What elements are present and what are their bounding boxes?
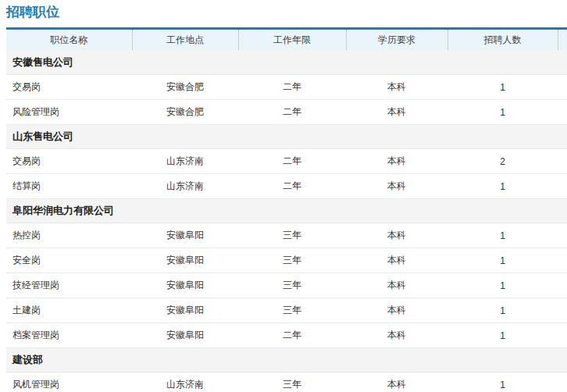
row-stub xyxy=(558,223,567,248)
group-row: 山东售电公司 xyxy=(6,125,567,149)
group-row: 建设部 xyxy=(6,348,567,372)
cell-position: 结算岗 xyxy=(6,174,132,199)
cell-experience: 三年 xyxy=(238,372,346,392)
header-stub xyxy=(558,29,567,51)
table-row: 安全岗安徽阜阳三年本科1 xyxy=(6,248,567,273)
column-header-experience: 工作年限 xyxy=(238,29,346,51)
column-header-headcount: 招聘人数 xyxy=(448,29,558,51)
cell-position: 交易岗 xyxy=(6,149,132,174)
cell-location: 山东济南 xyxy=(132,149,238,174)
table-row: 交易岗山东济南二年本科2 xyxy=(6,149,567,174)
cell-education: 本科 xyxy=(346,149,448,174)
cell-education: 本科 xyxy=(346,372,448,392)
cell-position: 技经管理岗 xyxy=(6,273,132,298)
cell-experience: 三年 xyxy=(238,298,346,323)
cell-headcount: 1 xyxy=(448,248,558,273)
cell-experience: 二年 xyxy=(238,75,346,100)
cell-location: 安徽阜阳 xyxy=(132,298,238,323)
cell-position: 热控岗 xyxy=(6,223,132,248)
cell-position: 安全岗 xyxy=(6,248,132,273)
group-row: 阜阳华润电力有限公司 xyxy=(6,199,567,223)
cell-education: 本科 xyxy=(346,75,448,100)
table-row: 风机管理岗山东济南三年本科1 xyxy=(6,372,567,392)
cell-education: 本科 xyxy=(346,223,448,248)
group-row: 安徽售电公司 xyxy=(6,51,567,75)
cell-education: 本科 xyxy=(346,273,448,298)
row-stub xyxy=(558,273,567,298)
cell-location: 安徽合肥 xyxy=(132,75,238,100)
table-row: 技经管理岗安徽阜阳三年本科1 xyxy=(6,273,567,298)
row-stub xyxy=(558,174,567,199)
column-header-position: 职位名称 xyxy=(6,29,132,51)
row-stub xyxy=(558,100,567,125)
cell-location: 山东济南 xyxy=(132,174,238,199)
table-row: 热控岗安徽阜阳三年本科1 xyxy=(6,223,567,248)
cell-education: 本科 xyxy=(346,298,448,323)
cell-position: 风险管理岗 xyxy=(6,100,132,125)
table-header: 职位名称 工作地点 工作年限 学历要求 招聘人数 xyxy=(6,29,567,51)
cell-location: 安徽阜阳 xyxy=(132,248,238,273)
row-stub xyxy=(558,248,567,273)
table-row: 交易岗安徽合肥二年本科1 xyxy=(6,75,567,100)
cell-education: 本科 xyxy=(346,323,448,348)
cell-position: 档案管理岗 xyxy=(6,323,132,348)
cell-location: 安徽阜阳 xyxy=(132,323,238,348)
cell-position: 交易岗 xyxy=(6,75,132,100)
cell-education: 本科 xyxy=(346,248,448,273)
cell-headcount: 1 xyxy=(448,223,558,248)
cell-headcount: 1 xyxy=(448,174,558,199)
cell-headcount: 1 xyxy=(448,372,558,392)
row-stub xyxy=(558,298,567,323)
cell-location: 安徽阜阳 xyxy=(132,223,238,248)
table-row: 档案管理岗安徽阜阳二年本科1 xyxy=(6,323,567,348)
table-row: 风险管理岗安徽合肥二年本科1 xyxy=(6,100,567,125)
cell-experience: 三年 xyxy=(238,273,346,298)
cell-education: 本科 xyxy=(346,174,448,199)
cell-location: 山东济南 xyxy=(132,372,238,392)
cell-position: 风机管理岗 xyxy=(6,372,132,392)
cell-position: 土建岗 xyxy=(6,298,132,323)
row-stub xyxy=(558,323,567,348)
group-name: 山东售电公司 xyxy=(6,125,567,149)
cell-experience: 三年 xyxy=(238,248,346,273)
cell-headcount: 1 xyxy=(448,75,558,100)
column-header-location: 工作地点 xyxy=(132,29,238,51)
cell-headcount: 1 xyxy=(448,100,558,125)
page-title: 招聘职位 xyxy=(6,4,567,21)
row-stub xyxy=(558,149,567,174)
cell-headcount: 1 xyxy=(448,323,558,348)
cell-experience: 二年 xyxy=(238,323,346,348)
cell-location: 安徽合肥 xyxy=(132,100,238,125)
row-stub xyxy=(558,75,567,100)
cell-experience: 三年 xyxy=(238,223,346,248)
column-header-education: 学历要求 xyxy=(346,29,448,51)
group-name: 阜阳华润电力有限公司 xyxy=(6,199,567,223)
cell-headcount: 1 xyxy=(448,273,558,298)
cell-education: 本科 xyxy=(346,100,448,125)
cell-experience: 二年 xyxy=(238,174,346,199)
cell-headcount: 1 xyxy=(448,298,558,323)
jobs-table: 职位名称 工作地点 工作年限 学历要求 招聘人数 安徽售电公司交易岗安徽合肥二年… xyxy=(6,27,567,392)
cell-headcount: 2 xyxy=(448,149,558,174)
table-body: 安徽售电公司交易岗安徽合肥二年本科1风险管理岗安徽合肥二年本科1山东售电公司交易… xyxy=(6,51,567,392)
cell-location: 安徽阜阳 xyxy=(132,273,238,298)
group-name: 安徽售电公司 xyxy=(6,51,567,75)
cell-experience: 二年 xyxy=(238,100,346,125)
row-stub xyxy=(558,372,567,392)
cell-experience: 二年 xyxy=(238,149,346,174)
table-row: 土建岗安徽阜阳三年本科1 xyxy=(6,298,567,323)
header-row: 职位名称 工作地点 工作年限 学历要求 招聘人数 xyxy=(6,29,567,51)
group-name: 建设部 xyxy=(6,348,567,372)
table-row: 结算岗山东济南二年本科1 xyxy=(6,174,567,199)
